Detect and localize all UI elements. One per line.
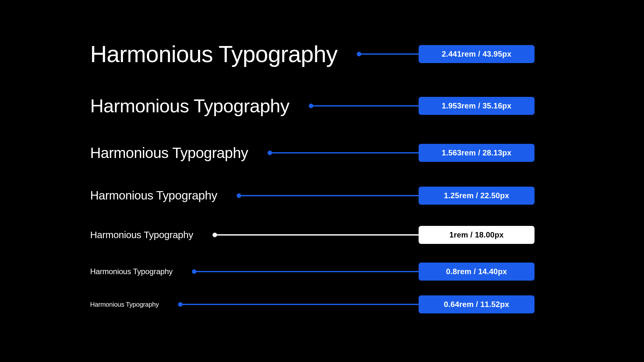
connector: 1rem / 18.00px (213, 226, 535, 244)
scale-row: Harmonious Typography1.25rem / 22.50px (90, 187, 535, 205)
sample-text: Harmonious Typography (90, 301, 159, 308)
scale-row: Harmonious Typography0.8rem / 14.40px (90, 263, 535, 281)
scale-row: Harmonious Typography0.64rem / 11.52px (90, 295, 535, 313)
connector: 1.953rem / 35.16px (309, 97, 535, 115)
sample-text: Harmonious Typography (90, 144, 248, 162)
size-pill: 1.25rem / 22.50px (419, 187, 535, 205)
size-pill: 2.441rem / 43.95px (419, 45, 535, 63)
sample-text: Harmonious Typography (90, 267, 173, 276)
scale-row: Harmonious Typography1.953rem / 35.16px (90, 95, 535, 116)
typography-scale-diagram: Harmonious Typography2.441rem / 43.95pxH… (0, 0, 644, 362)
sample-text: Harmonious Typography (90, 41, 337, 67)
connector-line (182, 304, 419, 305)
connector: 0.64rem / 11.52px (178, 295, 535, 313)
sample-text: Harmonious Typography (90, 229, 193, 240)
connector-line (196, 271, 419, 272)
sample-text: Harmonious Typography (90, 95, 289, 116)
size-pill: 1.953rem / 35.16px (419, 97, 535, 115)
sample-text: Harmonious Typography (90, 189, 217, 202)
scale-row: Harmonious Typography1rem / 18.00px (90, 226, 535, 244)
connector-line (271, 152, 419, 153)
scale-row: Harmonious Typography1.563rem / 28.13px (90, 144, 535, 162)
size-pill: 0.64rem / 11.52px (419, 295, 535, 313)
connector: 1.563rem / 28.13px (268, 144, 535, 162)
size-pill: 1.563rem / 28.13px (419, 144, 535, 162)
connector-line (216, 234, 419, 236)
connector-line (313, 105, 419, 107)
size-pill: 0.8rem / 14.40px (419, 263, 535, 281)
size-pill: 1rem / 18.00px (419, 226, 535, 244)
connector: 0.8rem / 14.40px (192, 263, 535, 281)
connector: 2.441rem / 43.95px (357, 45, 535, 63)
connector-line (361, 53, 419, 55)
connector: 1.25rem / 22.50px (237, 187, 535, 205)
scale-row: Harmonious Typography2.441rem / 43.95px (90, 41, 535, 67)
connector-line (241, 195, 419, 196)
